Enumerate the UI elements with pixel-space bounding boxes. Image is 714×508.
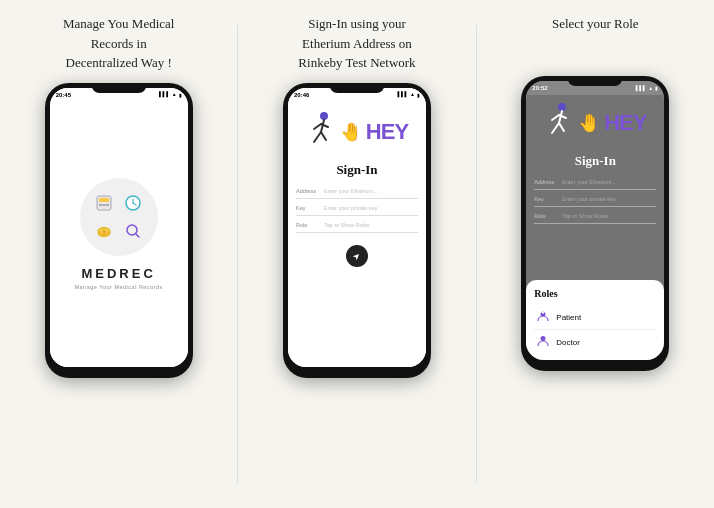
svg-point-28: [541, 336, 546, 341]
hand-wave-icon-2: 🤚: [340, 121, 362, 143]
panel-3-caption: Select your Role: [552, 14, 639, 66]
hey-header-3: 🤚 HEY: [526, 95, 664, 149]
role-row-2[interactable]: Role Tap to Show Roles: [296, 218, 418, 233]
panel-2-caption: Sign-In using yourEtherium Address onRin…: [298, 14, 415, 73]
key-input-3: Enter your private key: [562, 196, 616, 202]
key-label-3: Key: [534, 196, 562, 202]
time-2: 20:46: [294, 92, 309, 98]
phone-3: 20:52 ▌▌▌ ▲ ▮: [521, 76, 669, 371]
status-icons-3: ▌▌▌ ▲ ▮: [636, 85, 659, 91]
key-label-2: Key: [296, 205, 324, 211]
battery-icon-2: ▮: [417, 92, 420, 98]
signin-form-2: Address Enter your Etherium... Key Enter…: [288, 184, 426, 235]
wifi-icon-3: ▲: [648, 86, 653, 91]
role-doctor[interactable]: Doctor: [534, 330, 656, 354]
signal-icon-1: ▌▌▌: [159, 92, 170, 97]
time-1: 20:45: [56, 92, 71, 98]
patient-label: Patient: [556, 313, 581, 322]
icon-calculator: [92, 190, 118, 216]
screen3-body: 🤚 HEY Sign-In Address Enter your Etheriu…: [526, 95, 664, 360]
screen2-body: 🤚 HEY Sign-In Address Enter your Etheriu…: [288, 102, 426, 367]
address-row-2[interactable]: Address Enter your Etherium...: [296, 184, 418, 199]
hand-wave-icon-3: 🤚: [578, 112, 600, 134]
phone-2-screen: 20:46 ▌▌▌ ▲ ▮: [288, 88, 426, 367]
svg-rect-2: [99, 204, 102, 206]
doctor-label: Doctor: [556, 338, 580, 347]
medrec-logo-circle: $: [80, 178, 158, 256]
roles-title: Roles: [534, 288, 656, 299]
hey-header-2: 🤚 HEY: [288, 102, 426, 158]
svg-line-15: [314, 124, 321, 129]
hey-logo-2: HEY: [366, 119, 408, 145]
svg-rect-3: [103, 204, 106, 206]
signal-icon-2: ▌▌▌: [397, 92, 408, 97]
address-input-3: Enter your Etherium...: [562, 179, 616, 185]
svg-point-13: [320, 112, 328, 120]
role-row-3: Role Tap to Show Roles: [534, 209, 656, 224]
svg-rect-27: [543, 311, 544, 314]
icon-clock: [120, 190, 146, 216]
svg-rect-1: [99, 198, 109, 202]
medrec-subtitle: Manage Your Medical Records: [74, 284, 162, 290]
phone-2-notch: [329, 83, 384, 93]
phone-2: 20:46 ▌▌▌ ▲ ▮: [283, 83, 431, 378]
address-label-2: Address: [296, 188, 324, 194]
svg-line-21: [552, 115, 559, 120]
signin-title-2: Sign-In: [336, 162, 377, 178]
key-row-3: Key Enter your private key: [534, 192, 656, 207]
signin-title-3: Sign-In: [526, 153, 664, 169]
svg-line-12: [136, 234, 139, 237]
medrec-title: MEDREC: [81, 266, 155, 281]
role-patient[interactable]: Patient: [534, 305, 656, 330]
send-button-2[interactable]: ➤: [346, 245, 368, 267]
address-row-3: Address Enter your Etherium...: [534, 175, 656, 190]
hey-logo-3: HEY: [604, 110, 646, 136]
patient-icon: [536, 310, 550, 324]
walking-figure-2: [306, 110, 336, 154]
phone-1-notch: [91, 83, 146, 93]
icon-search: [120, 219, 146, 245]
phone-1: 20:45 ▌▌▌ ▲ ▮: [45, 83, 193, 378]
phone-3-screen: 20:52 ▌▌▌ ▲ ▮: [526, 81, 664, 360]
walking-figure-3: [544, 101, 574, 145]
svg-line-23: [552, 123, 559, 133]
panel-1: Manage You MedicalRecords inDecentralize…: [0, 0, 237, 508]
wifi-icon-1: ▲: [172, 92, 177, 97]
signin-form-3: Address Enter your Etherium... Key Enter…: [526, 175, 664, 224]
phone-3-notch: [568, 76, 623, 86]
address-label-3: Address: [534, 179, 562, 185]
phone-1-screen: 20:45 ▌▌▌ ▲ ▮: [50, 88, 188, 367]
panel-3: Select your Role 20:52 ▌▌▌ ▲ ▮: [477, 0, 714, 508]
time-3: 20:52: [532, 85, 547, 91]
role-label-3: Role: [534, 213, 562, 219]
key-input-2[interactable]: Enter your private key: [324, 205, 378, 211]
role-label-2: Role: [296, 222, 324, 228]
send-icon-2: ➤: [351, 249, 364, 262]
doctor-icon: [536, 335, 550, 349]
svg-point-19: [558, 103, 566, 111]
status-icons-1: ▌▌▌ ▲ ▮: [159, 92, 182, 98]
svg-line-18: [321, 132, 326, 140]
wifi-icon-2: ▲: [410, 92, 415, 97]
svg-line-17: [314, 132, 321, 142]
svg-line-24: [559, 123, 564, 131]
panel-1-caption: Manage You MedicalRecords inDecentralize…: [63, 14, 175, 73]
battery-icon-1: ▮: [179, 92, 182, 98]
battery-icon-3: ▮: [655, 85, 658, 91]
signal-icon-3: ▌▌▌: [636, 86, 647, 91]
status-icons-2: ▌▌▌ ▲ ▮: [397, 92, 420, 98]
panel-2: Sign-In using yourEtherium Address onRin…: [238, 0, 475, 508]
role-input-3: Tap to Show Roles: [562, 213, 608, 219]
svg-rect-4: [106, 204, 109, 206]
key-row-2[interactable]: Key Enter your private key: [296, 201, 418, 216]
role-input-2[interactable]: Tap to Show Roles: [324, 222, 370, 228]
icon-money: $: [92, 219, 118, 245]
screen1-body: $ MEDREC Manage Your M: [50, 102, 188, 367]
main-container: Manage You MedicalRecords inDecentralize…: [0, 0, 714, 508]
medrec-icons: $: [92, 190, 146, 244]
address-input-2[interactable]: Enter your Etherium...: [324, 188, 378, 194]
roles-sheet: Roles Patient: [526, 280, 664, 360]
